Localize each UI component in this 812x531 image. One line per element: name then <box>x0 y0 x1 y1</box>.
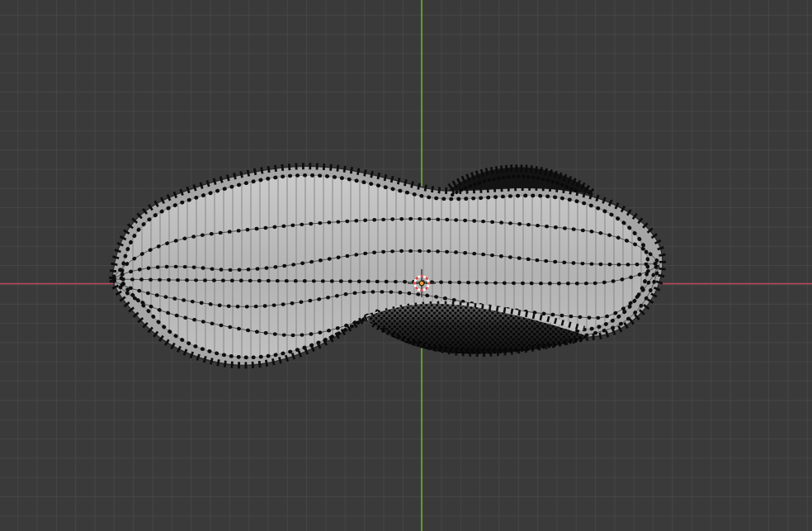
cursor-center-dot <box>419 281 424 286</box>
3d-viewport[interactable] <box>0 0 812 531</box>
viewport-canvas[interactable] <box>0 0 812 531</box>
